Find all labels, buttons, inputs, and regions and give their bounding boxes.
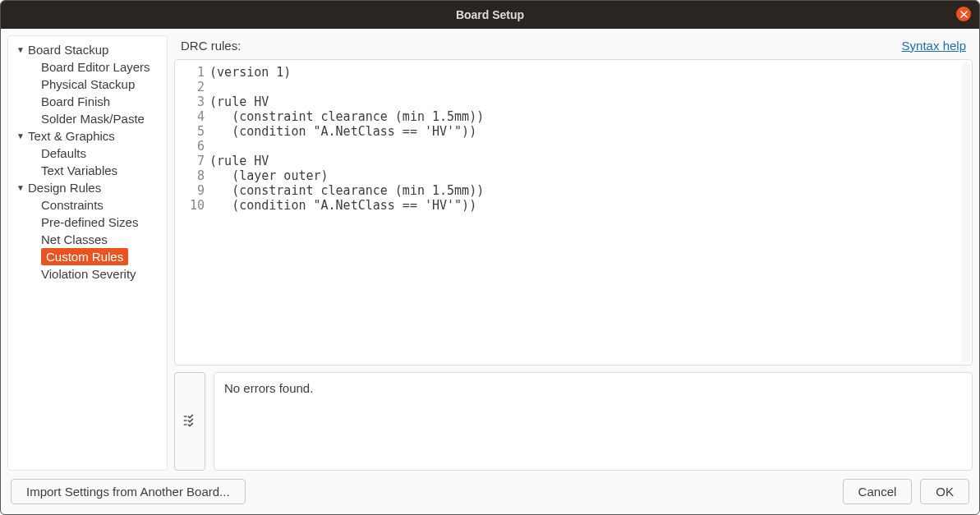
tree-item-board-editor-layers[interactable]: Board Editor Layers bbox=[8, 58, 167, 76]
tree-group-design-rules: ▼ Design Rules Constraints Pre-defined S… bbox=[8, 179, 167, 283]
tree-item-solder-mask-paste[interactable]: Solder Mask/Paste bbox=[8, 110, 167, 127]
tree-group-text-graphics: ▼ Text & Graphics Defaults Text Variable… bbox=[8, 127, 167, 179]
caret-down-icon: ▼ bbox=[16, 183, 28, 192]
drc-header: DRC rules: Syntax help bbox=[174, 35, 973, 53]
checklist-icon bbox=[182, 412, 198, 431]
close-icon[interactable] bbox=[956, 7, 971, 21]
window-title: Board Setup bbox=[456, 8, 524, 21]
status-row: No errors found. bbox=[174, 372, 973, 471]
syntax-help-link[interactable]: Syntax help bbox=[902, 39, 966, 53]
tree-label: Design Rules bbox=[28, 181, 101, 195]
titlebar: Board Setup bbox=[1, 1, 979, 29]
tree-parent-text-graphics[interactable]: ▼ Text & Graphics bbox=[8, 127, 167, 145]
dialog-body: ▼ Board Stackup Board Editor Layers Phys… bbox=[1, 29, 979, 514]
tree-label: Text & Graphics bbox=[28, 129, 115, 143]
tree-parent-stackup[interactable]: ▼ Board Stackup bbox=[8, 41, 167, 58]
code-area[interactable]: (version 1) (rule HV (constraint clearan… bbox=[208, 60, 489, 365]
caret-down-icon: ▼ bbox=[16, 45, 28, 54]
tree-item-board-finish[interactable]: Board Finish bbox=[8, 93, 167, 110]
tree-item-violation-severity[interactable]: Violation Severity bbox=[8, 265, 167, 283]
tree-item-custom-rules[interactable]: Custom Rules bbox=[41, 248, 128, 265]
scrollbar[interactable] bbox=[962, 62, 970, 363]
rules-editor[interactable]: 1 2 3 4 5 6 7 8 9 10 (version 1) (rule H… bbox=[174, 59, 973, 366]
tree-item-constraints[interactable]: Constraints bbox=[8, 196, 167, 214]
status-message: No errors found. bbox=[214, 372, 973, 471]
board-setup-window: Board Setup ▼ Board Stackup Board Editor… bbox=[0, 0, 980, 515]
caret-down-icon: ▼ bbox=[16, 131, 28, 140]
tree-item-physical-stackup[interactable]: Physical Stackup bbox=[8, 76, 167, 93]
ok-button[interactable]: OK bbox=[920, 479, 969, 504]
tree-group-stackup: ▼ Board Stackup Board Editor Layers Phys… bbox=[8, 41, 167, 127]
cancel-button[interactable]: Cancel bbox=[843, 479, 913, 504]
import-settings-button[interactable]: Import Settings from Another Board... bbox=[11, 479, 246, 504]
tree-item-net-classes[interactable]: Net Classes bbox=[8, 231, 167, 248]
drc-rules-label: DRC rules: bbox=[181, 39, 241, 53]
dialog-footer: Import Settings from Another Board... Ca… bbox=[1, 471, 979, 514]
main-area: ▼ Board Stackup Board Editor Layers Phys… bbox=[1, 29, 979, 471]
line-gutter: 1 2 3 4 5 6 7 8 9 10 bbox=[175, 60, 208, 365]
tree-item-predefined-sizes[interactable]: Pre-defined Sizes bbox=[8, 214, 167, 231]
content-pane: DRC rules: Syntax help 1 2 3 4 5 6 7 8 9… bbox=[174, 35, 973, 471]
tree-label: Board Stackup bbox=[28, 43, 108, 57]
tree-item-text-variables[interactable]: Text Variables bbox=[8, 162, 167, 179]
tree-item-custom-rules-wrap: Custom Rules bbox=[8, 248, 167, 265]
footer-right: Cancel OK bbox=[843, 479, 969, 504]
tree-item-defaults[interactable]: Defaults bbox=[8, 145, 167, 162]
check-rules-button[interactable] bbox=[174, 372, 205, 471]
tree-parent-design-rules[interactable]: ▼ Design Rules bbox=[8, 179, 167, 196]
settings-tree[interactable]: ▼ Board Stackup Board Editor Layers Phys… bbox=[7, 35, 168, 471]
